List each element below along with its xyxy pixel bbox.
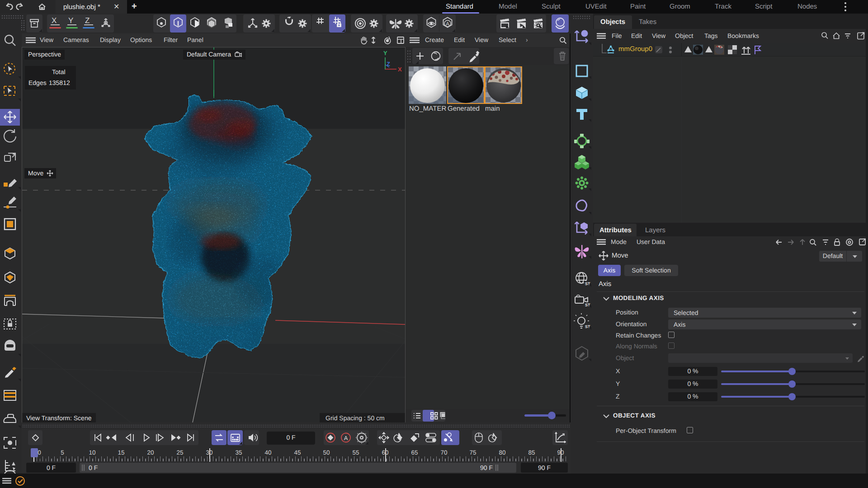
svg-text:X: X — [398, 66, 402, 73]
svg-text:Y: Y — [383, 50, 387, 56]
svg-text:A: A — [344, 435, 348, 441]
svg-text:ST: ST — [585, 282, 590, 286]
svg-text:Z: Z — [387, 61, 390, 67]
svg-text:ST: ST — [585, 324, 590, 329]
svg-text:A: A — [446, 21, 449, 27]
svg-text:ST: ST — [585, 303, 590, 307]
